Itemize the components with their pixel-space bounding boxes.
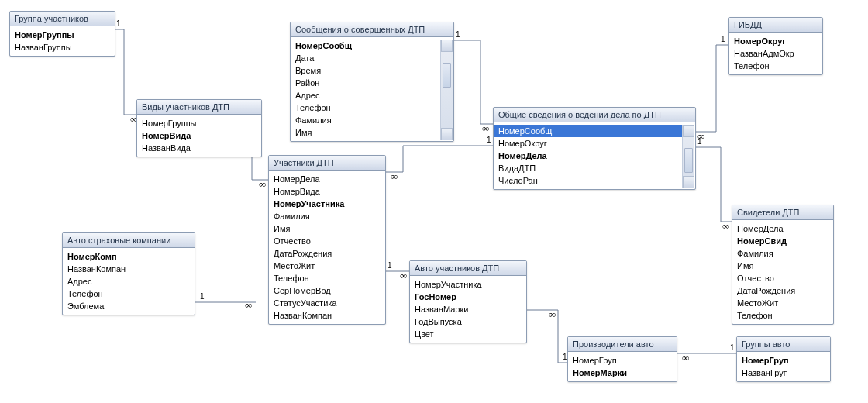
field[interactable]: Отчество (269, 235, 385, 247)
field-list: НомерУчастникаГосНомерНазванМаркиГодВыпу… (410, 276, 526, 343)
field[interactable]: ДатаРождения (269, 247, 385, 260)
entity-title[interactable]: Участники ДТП (269, 156, 385, 170)
svg-text:∞: ∞ (682, 352, 689, 363)
entity-types[interactable]: Виды участников ДТПНомерГруппыНомерВидаН… (136, 99, 262, 157)
entity-title[interactable]: Виды участников ДТП (137, 100, 261, 115)
field[interactable]: НомерСвид (732, 235, 833, 247)
svg-text:∞: ∞ (722, 220, 729, 232)
scrollbar[interactable] (682, 125, 694, 188)
field[interactable]: Фамилия (291, 114, 441, 126)
field[interactable]: Имя (732, 260, 833, 272)
field[interactable]: НазванКомпан (63, 263, 195, 275)
field[interactable]: НазванМарки (410, 303, 526, 315)
entity-participants[interactable]: Участники ДТПНомерДелаНомерВидаНомерУчас… (268, 155, 386, 325)
field[interactable]: Фамилия (732, 247, 833, 260)
field[interactable]: Адрес (63, 275, 195, 288)
svg-text:∞: ∞ (391, 170, 398, 182)
scrollbar[interactable] (440, 40, 453, 140)
field[interactable]: Цвет (410, 328, 526, 340)
field[interactable]: НазванАдмОкр (729, 47, 822, 60)
field[interactable]: ВидаДТП (494, 162, 683, 174)
entity-title[interactable]: Общие сведения о ведении дела по ДТП (494, 108, 695, 122)
entity-title[interactable]: ГИБДД (729, 18, 822, 33)
scroll-thumb[interactable] (443, 63, 451, 88)
svg-text:∞: ∞ (698, 130, 704, 142)
field-list: НомерГрупНазванГруп (737, 352, 830, 381)
field[interactable]: НомерДела (732, 222, 833, 235)
field[interactable]: НомерГруппы (10, 29, 115, 41)
field[interactable]: НомерОкруг (729, 35, 822, 47)
field[interactable]: ГосНомер (410, 291, 526, 303)
entity-title[interactable]: Авто страховые компании (63, 233, 195, 248)
field[interactable]: Телефон (729, 60, 822, 72)
field[interactable]: НомерВида (269, 185, 385, 198)
field[interactable]: НомерОкруг (494, 137, 683, 150)
field[interactable]: МестоЖит (269, 260, 385, 272)
svg-text:1: 1 (200, 292, 205, 301)
field[interactable]: Телефон (63, 288, 195, 300)
field[interactable]: Эмблема (63, 300, 195, 312)
field[interactable]: НомерГруп (568, 354, 677, 367)
entity-autos[interactable]: Авто участников ДТПНомерУчастникаГосНоме… (409, 260, 527, 343)
svg-text:1: 1 (730, 343, 735, 352)
field[interactable]: СтатусУчастика (269, 297, 385, 309)
field[interactable]: Имя (269, 222, 385, 235)
svg-text:∞: ∞ (549, 308, 556, 320)
field[interactable]: Район (291, 77, 441, 89)
field[interactable]: Телефон (269, 272, 385, 284)
entity-makers[interactable]: Производители автоНомерГрупНомерМарки (567, 336, 677, 382)
field[interactable]: НомерДела (494, 150, 683, 162)
field[interactable]: Имя (291, 126, 441, 139)
field[interactable]: НазванВида (137, 142, 261, 154)
field[interactable]: Отчество (732, 272, 833, 284)
svg-text:∞: ∞ (400, 270, 407, 281)
field[interactable]: СерНомерВод (269, 284, 385, 297)
field[interactable]: НомерУчастника (269, 198, 385, 210)
field[interactable]: Фамилия (269, 210, 385, 222)
field[interactable]: НомерСообщ (494, 125, 683, 137)
entity-title[interactable]: Свидетели ДТП (732, 205, 833, 220)
field[interactable]: ЧислоРан (494, 174, 683, 187)
field[interactable]: НомерСообщ (291, 40, 441, 52)
entity-insurance[interactable]: Авто страховые компанииНомерКомпНазванКо… (62, 232, 195, 315)
field-list: НомерСообщДатаВремяРайонАдресТелефонФами… (291, 37, 453, 141)
field[interactable]: НомерГруппы (137, 117, 261, 129)
entity-autogroups[interactable]: Группы автоНомерГрупНазванГруп (736, 336, 831, 382)
field-list: НомерГрупНомерМарки (568, 352, 677, 381)
entity-general[interactable]: Общие сведения о ведении дела по ДТПНоме… (493, 107, 696, 190)
entity-title[interactable]: Группы авто (737, 337, 830, 352)
field[interactable]: Время (291, 64, 441, 77)
entity-witnesses[interactable]: Свидетели ДТПНомерДелаНомерСвидФамилияИм… (732, 205, 834, 325)
svg-text:1: 1 (388, 261, 392, 270)
entity-title[interactable]: Сообщения о совершенных ДТП (291, 22, 453, 37)
svg-text:∞: ∞ (245, 299, 252, 311)
entity-title[interactable]: Производители авто (568, 337, 677, 352)
field[interactable]: Адрес (291, 89, 441, 102)
field[interactable]: НазванГруп (737, 367, 830, 379)
svg-text:∞: ∞ (482, 122, 489, 134)
entity-gibdd[interactable]: ГИБДДНомерОкругНазванАдмОкрТелефон (728, 17, 823, 75)
field[interactable]: НазванГруппы (10, 41, 115, 53)
field[interactable]: Телефон (291, 102, 441, 114)
field[interactable]: НомерМарки (568, 367, 677, 379)
field[interactable]: НомерДела (269, 173, 385, 185)
field[interactable]: НазванКомпан (269, 309, 385, 322)
entity-messages[interactable]: Сообщения о совершенных ДТПНомерСообщДат… (290, 22, 454, 142)
field[interactable]: НомерУчастника (410, 278, 526, 291)
field-list: НомерСообщНомерОкругНомерДелаВидаДТПЧисл… (494, 122, 695, 189)
field[interactable]: ДатаРождения (732, 284, 833, 297)
field[interactable]: Телефон (732, 309, 833, 322)
entity-title[interactable]: Группа участников (10, 12, 115, 26)
field[interactable]: Дата (291, 52, 441, 64)
field[interactable]: МестоЖит (732, 297, 833, 309)
field[interactable]: НомерГруп (737, 354, 830, 367)
entity-groups[interactable]: Группа участниковНомерГруппыНазванГруппы (9, 11, 115, 57)
entity-title[interactable]: Авто участников ДТП (410, 261, 526, 276)
field[interactable]: НомерВида (137, 129, 261, 142)
field-list: НомерГруппыНомерВидаНазванВида (137, 115, 261, 157)
field[interactable]: НомерКомп (63, 250, 195, 263)
scroll-thumb[interactable] (684, 148, 693, 173)
field[interactable]: ГодВыпуска (410, 315, 526, 328)
svg-text:∞: ∞ (259, 178, 266, 190)
field-list: НомерКомпНазванКомпанАдресТелефонЭмблема (63, 248, 195, 315)
